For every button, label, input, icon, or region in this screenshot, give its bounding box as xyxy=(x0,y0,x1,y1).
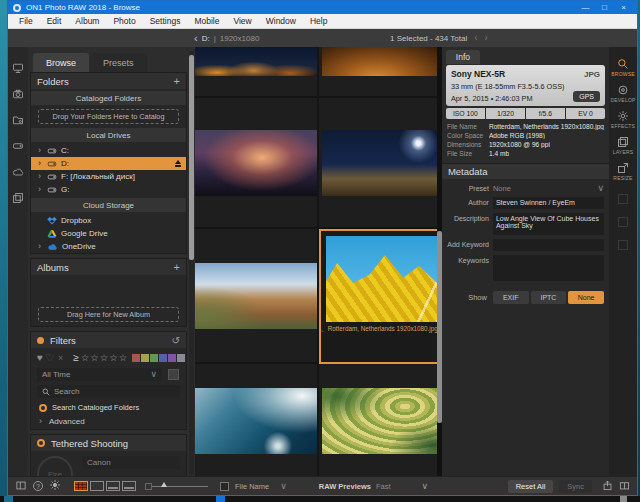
time-range-select[interactable]: All Time ∨ xyxy=(37,368,162,381)
expand-icon[interactable]: › xyxy=(38,146,43,155)
author-field[interactable]: Steven Swinnen / EyeEm xyxy=(493,197,604,209)
module-browse[interactable]: BROWSE xyxy=(611,58,634,77)
photo-thumbnail[interactable] xyxy=(195,229,317,364)
module-develop[interactable]: DEVELOP xyxy=(610,84,635,103)
gps-button[interactable]: GPS xyxy=(573,91,600,102)
album-dropzone[interactable]: Drag Here for New Album xyxy=(38,307,179,322)
camera-select[interactable]: Canon xyxy=(82,456,180,469)
cloud-icon[interactable] xyxy=(12,164,24,182)
current-folder[interactable]: D: xyxy=(202,34,210,43)
menu-file[interactable]: File xyxy=(12,16,40,26)
expand-icon[interactable]: › xyxy=(38,172,43,181)
computer-icon[interactable] xyxy=(12,60,24,78)
liked-filter-icon[interactable]: ♥ xyxy=(37,352,43,363)
module-layers[interactable]: LAYERS xyxy=(613,136,634,155)
photo-night-harbor[interactable] xyxy=(195,47,317,76)
photo-thumbnail[interactable] xyxy=(319,364,442,476)
photo-ocean-wave[interactable] xyxy=(195,388,317,454)
description-field[interactable]: Low Angle View Of Cube Houses Against Sk… xyxy=(493,213,604,235)
blue-label-swatch[interactable] xyxy=(159,354,167,362)
calendar-toggle-icon[interactable] xyxy=(168,369,179,380)
rejected-filter-icon[interactable]: × xyxy=(58,353,63,363)
sort-checkbox[interactable] xyxy=(220,482,229,491)
eject-icon[interactable] xyxy=(175,160,181,167)
show-none-button[interactable]: None xyxy=(568,291,604,304)
photo-thumbnail[interactable] xyxy=(195,47,317,98)
prev-photo-icon[interactable]: ‹ xyxy=(474,33,477,43)
star-4-icon[interactable]: ☆ xyxy=(109,352,117,363)
photo-thumbnail[interactable] xyxy=(319,47,442,98)
detail-view-icon[interactable] xyxy=(90,481,104,491)
reset-all-button[interactable]: Reset All xyxy=(508,480,554,493)
add-folder-icon[interactable]: + xyxy=(174,75,180,87)
compare-view-icon[interactable] xyxy=(122,481,136,491)
star-1-icon[interactable]: ☆ xyxy=(81,352,89,363)
purple-label-swatch[interactable] xyxy=(168,354,176,362)
preset-select[interactable]: None ∨ xyxy=(493,183,604,193)
photo-roman-ruins[interactable] xyxy=(322,130,442,196)
scrollbar-thumb[interactable] xyxy=(437,231,442,423)
grid-scrollbar[interactable] xyxy=(437,47,442,476)
current-subfolder[interactable]: 1920x1080 xyxy=(220,34,260,43)
menu-view[interactable]: View xyxy=(226,16,258,26)
drive-row-d-selected[interactable]: › D: xyxy=(31,157,186,170)
photo-thumbnail[interactable] xyxy=(319,98,442,229)
tab-info[interactable]: Info xyxy=(446,50,480,64)
cloud-row-dropbox[interactable]: Dropbox xyxy=(31,214,186,227)
filters-reset-icon[interactable]: ↺ xyxy=(172,335,180,346)
photo-thumbnail[interactable] xyxy=(195,364,317,476)
fire-button[interactable]: Fire xyxy=(37,456,73,476)
rating-gte-icon[interactable]: ≥ xyxy=(73,352,79,363)
sort-by-select[interactable]: File Name ∨ xyxy=(235,482,287,491)
module-resize[interactable]: RESIZE xyxy=(613,162,632,181)
dual-pane-icon[interactable] xyxy=(15,477,27,495)
tab-browse[interactable]: Browse xyxy=(33,53,89,72)
menu-settings[interactable]: Settings xyxy=(143,16,188,26)
albums-stack-icon[interactable] xyxy=(12,190,24,208)
sync-button[interactable]: Sync xyxy=(559,480,592,493)
module-effects[interactable]: EFFECTS xyxy=(611,110,635,129)
cloud-row-onedrive[interactable]: › OneDrive xyxy=(31,240,186,253)
export-icon[interactable] xyxy=(602,477,613,495)
menu-edit[interactable]: Edit xyxy=(40,16,69,26)
menu-photo[interactable]: Photo xyxy=(106,16,142,26)
star-2-icon[interactable]: ☆ xyxy=(90,352,98,363)
yellow-label-swatch[interactable] xyxy=(141,354,149,362)
expand-icon[interactable]: › xyxy=(38,185,43,194)
expand-icon[interactable]: › xyxy=(38,242,43,251)
minimize-button[interactable]: — xyxy=(577,1,594,14)
menu-mobile[interactable]: Mobile xyxy=(187,16,226,26)
green-label-swatch[interactable] xyxy=(150,354,158,362)
drive-row-f[interactable]: › F: [Локальный диск] xyxy=(31,170,186,183)
drive-row-g[interactable]: › G: xyxy=(31,183,186,196)
keywords-field[interactable] xyxy=(493,255,604,281)
maximize-button[interactable]: □ xyxy=(596,1,613,14)
photo-thumbnail[interactable] xyxy=(195,98,317,229)
thumbnail-size-slider[interactable] xyxy=(152,486,208,487)
photo-cube-houses[interactable] xyxy=(326,236,440,322)
search-cataloged-radio[interactable]: Search Cataloged Folders xyxy=(31,400,186,414)
close-button[interactable]: × xyxy=(615,1,632,14)
cloud-row-googledrive[interactable]: Google Drive xyxy=(31,227,186,240)
photo-ronda-cliffs[interactable] xyxy=(195,263,317,329)
star-5-icon[interactable]: ☆ xyxy=(119,352,127,363)
slider-thumb[interactable] xyxy=(161,482,167,487)
add-album-icon[interactable]: + xyxy=(174,261,180,273)
back-icon[interactable]: ‹ xyxy=(194,33,198,44)
show-iptc-button[interactable]: IPTC xyxy=(531,291,567,304)
scrollbar-thumb[interactable] xyxy=(189,55,194,260)
drive-icon[interactable] xyxy=(12,138,24,156)
raw-previews-select[interactable]: Fast xyxy=(376,482,391,491)
photo-rice-terraces[interactable] xyxy=(322,388,442,454)
sidebar-scrollbar[interactable] xyxy=(189,51,194,475)
menu-album[interactable]: Album xyxy=(68,16,106,26)
search-input[interactable]: Search xyxy=(37,385,180,398)
photo-thumbnail-selected[interactable]: ⌞ Rotterdam, Netherlands 1920x1080.jpg ⌟ xyxy=(319,229,442,364)
gray-label-swatch[interactable] xyxy=(177,354,185,362)
help-icon[interactable]: ? xyxy=(33,481,43,491)
drive-row-c[interactable]: › C: xyxy=(31,144,186,157)
settings-gear-icon[interactable] xyxy=(49,477,61,495)
dual-display-icon[interactable] xyxy=(619,477,630,495)
photo-castle-sunset[interactable] xyxy=(195,130,317,196)
filmstrip-view-icon[interactable] xyxy=(106,481,120,491)
